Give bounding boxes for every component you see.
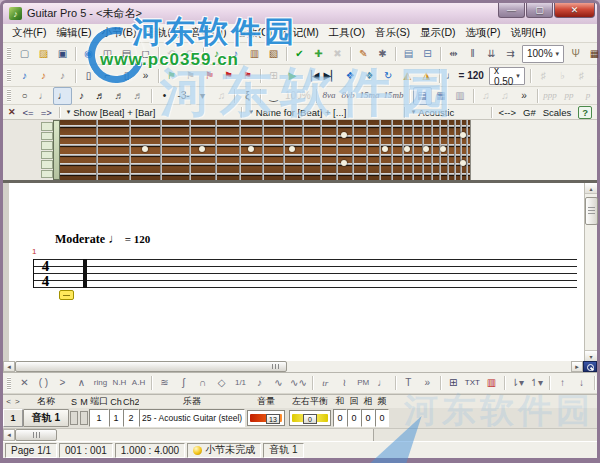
volume-slider[interactable]: 13 [247,410,285,426]
chorus-value[interactable]: 0 [333,409,347,427]
slide-down-icon[interactable]: ↓ [572,374,591,392]
key-indicator[interactable]: G# [523,107,536,118]
tuning-cell-4[interactable] [41,151,53,160]
guitar-head-icon[interactable]: Ψ [566,45,585,63]
vertical-scroll-mode-icon[interactable]: ⇊ [482,45,501,63]
guitar-string-1[interactable] [60,125,470,127]
mix-table-icon[interactable]: ▥ [482,374,501,392]
tuplet-dropdown-icon[interactable]: ▾ [193,87,212,105]
chord-diagram-icon[interactable]: ⊞ [444,374,463,392]
check-duration-icon[interactable]: ✔ [290,45,309,63]
balance-slider[interactable]: 0 [289,410,331,426]
copy-bars-icon[interactable]: ▥ [245,45,264,63]
upstroke-menu-icon[interactable]: ↿▾ [527,374,546,392]
scroll-right-icon[interactable]: ▸ [571,361,583,372]
beam-split-icon[interactable]: ♫ [496,87,515,105]
fretboard-panel-icon[interactable]: ▦ [585,45,600,63]
fit-width-icon[interactable]: ⇹ [444,45,463,63]
tapping-icon[interactable]: T [399,374,418,392]
title-bar[interactable]: ♪ Guitar Pro 5 - <未命名> — ▢ ✕ [3,3,597,24]
thirtysecond-note-icon[interactable]: ♬ [110,87,129,105]
channel-value[interactable]: 1 [109,409,123,427]
score-vertical-scrollbar[interactable]: ▴ ▾ [584,183,597,361]
instrument-select[interactable]: 25 - Acoustic Guitar (steel) [139,409,245,427]
ghost-note-icon[interactable]: ( ) [34,374,53,392]
marker-add-icon[interactable]: ⚑ [162,67,181,85]
rest-icon[interactable]: ξ [238,87,257,105]
quarter-note-icon[interactable]: ♩ [53,87,72,105]
single-track-view-icon[interactable]: ⊟ [418,45,437,63]
score-horizontal-scrollbar[interactable]: ◂ ▸ [3,361,597,373]
channel2-value[interactable]: 2 [123,409,139,427]
new-file-icon[interactable]: ▢ [15,45,34,63]
fretboard-wood[interactable] [60,120,470,180]
octave-8vb-icon[interactable]: 8vb [339,87,358,105]
undo-icon[interactable]: ↶ [162,45,181,63]
open-folder-icon[interactable]: ▨ [34,45,53,63]
wide-vibrato-icon[interactable]: ∿∿ [288,374,309,392]
delete-bar-icon[interactable]: ▯ [117,67,136,85]
dynamic-ppp-icon[interactable]: ppp [541,87,560,105]
port-value[interactable]: 1 [89,409,109,427]
insert-bar-icon[interactable]: ▯ [79,67,98,85]
maximize-button[interactable]: ▢ [526,3,553,18]
mixer-scrollbar-thumb[interactable] [15,429,57,441]
grace-note-icon[interactable]: ♪ [250,374,269,392]
beam-join-icon[interactable]: ♫ [477,87,496,105]
menu-file[interactable]: 文件(F) [7,25,51,41]
rse-mode-icon[interactable]: ❖ [341,67,360,85]
close-fretboard-button[interactable]: ✕ [8,107,16,117]
note-names-select[interactable]: ▾ Name for [Beat] + [...] [249,107,397,118]
menu-music[interactable]: 音乐(S) [370,25,415,41]
guitar-string-2[interactable] [60,135,470,137]
hscrollbar-thumb[interactable] [15,361,287,372]
menu-track[interactable]: 音轨(T) [141,25,185,41]
dynamic-pp-icon[interactable]: pp [560,87,579,105]
move-note-icon[interactable]: ♪ [226,45,245,63]
range-indicator[interactable]: <--> [499,107,516,118]
transpose-sharp-down-icon[interactable]: ♯ [572,67,591,85]
horizontal-scroll-mode-icon[interactable]: ⇉ [501,45,520,63]
relative-speed-select[interactable]: x 0.50 ▾ [489,67,525,85]
marker-list-icon[interactable]: ⚑ [181,67,200,85]
export-icon[interactable]: ◫ [98,45,117,63]
layout-compact-icon[interactable]: ▦ [432,87,451,105]
mute-toggle[interactable] [80,411,88,425]
eighth-note-icon[interactable]: ♪ [72,87,91,105]
menu-help[interactable]: 说明(H) [506,25,552,41]
note-small-icon[interactable]: ♪ [53,67,72,85]
octave-8va-icon[interactable]: 8va [320,87,339,105]
octave-15mb-icon[interactable]: 15mb [382,87,406,105]
tie-icon[interactable]: ‿ [264,87,283,105]
layout-normal-icon[interactable]: ▤ [413,87,432,105]
scales-button[interactable]: Scales [543,107,572,118]
menu-tools[interactable]: 工具(O) [324,25,370,41]
beat-next-button[interactable]: => [41,107,52,118]
staccato-icon[interactable]: ♩ [373,374,392,392]
multitrack-view-icon[interactable]: ▤ [399,45,418,63]
mixer-scrollbar-track[interactable] [57,429,373,441]
let-ring-icon[interactable]: ring [91,374,110,392]
dead-note-icon[interactable]: ✕ [15,374,34,392]
track-name-button[interactable]: 音轨 1 [23,409,69,427]
scroll-down-icon[interactable]: ▾ [585,350,597,361]
loop-playback-icon[interactable]: ↻ [379,67,398,85]
phaser-value[interactable]: 0 [361,409,375,427]
bar-arrange-icon[interactable]: ⌐ [98,67,117,85]
dynamic-p-icon[interactable]: p [579,87,598,105]
menu-edit[interactable]: 编辑(E) [51,25,96,41]
octave-15ma-icon[interactable]: 15ma [358,87,382,105]
beat-prev-button[interactable]: <= [23,107,34,118]
track-next-button[interactable]: > [15,397,20,406]
delete-beat-icon[interactable]: ✖ [328,45,347,63]
web-update-icon[interactable]: ◉ [79,45,98,63]
redo-icon[interactable]: ↷ [181,45,200,63]
artificial-harmonic-icon[interactable]: A.H [129,374,148,392]
palm-mute-icon[interactable]: PM [354,374,373,392]
transpose-sharp-up-icon[interactable]: ♯ [534,67,553,85]
tuner-icon[interactable]: ◭ [398,67,417,85]
downstroke-menu-icon[interactable]: ⇂▾ [508,374,527,392]
tempo-display[interactable]: ♩ = 120 [446,70,484,81]
tremolo-bar-icon[interactable]: ≋ [155,374,174,392]
mixer-scroll-left-icon[interactable]: ◂ [3,429,15,441]
